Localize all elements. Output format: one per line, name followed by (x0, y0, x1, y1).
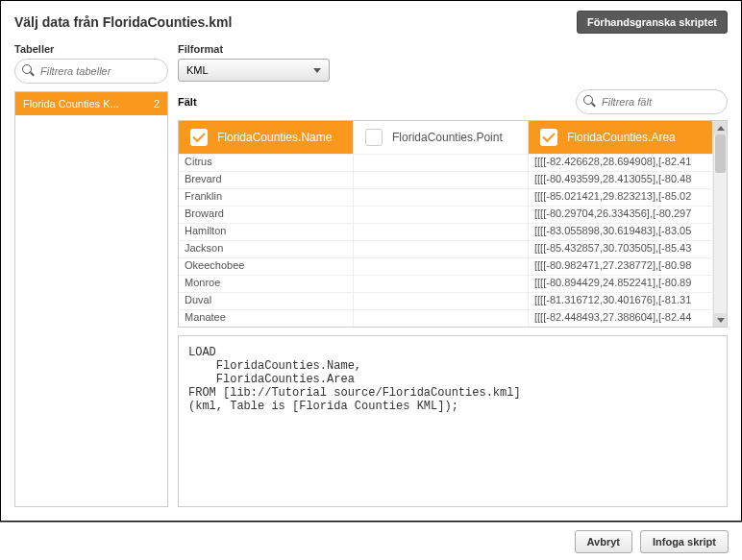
search-icon (582, 94, 596, 108)
table-row[interactable]: Broward[[[[-80.29704,26.334356],[-80.297 (179, 206, 713, 223)
table-row[interactable]: Hamilton[[[[-83.055898,30.619483],[-83.0… (179, 223, 713, 240)
cell-name: Citrus (179, 155, 354, 171)
fields-filter-input-wrap[interactable] (576, 89, 728, 114)
tables-filter-input-wrap[interactable] (14, 59, 168, 84)
cell-area: [[[[-80.29704,26.334356],[-80.297 (529, 207, 713, 223)
cell-point (354, 258, 529, 275)
table-row[interactable]: Citrus[[[[-82.426628,28.694908],[-82.41 (179, 154, 713, 171)
column-headers: FloridaCounties.Name FloridaCounties.Poi… (179, 121, 713, 154)
dialog-footer: Avbryt Infoga skript (0, 522, 742, 560)
column-header-area[interactable]: FloridaCounties.Area (529, 121, 713, 154)
triangle-up-icon (717, 126, 725, 131)
cell-point (354, 224, 529, 240)
cell-area: [[[[-80.894429,24.852241],[-80.89 (529, 276, 713, 292)
table-row[interactable]: Brevard[[[[-80.493599,28.413055],[-80.48 (179, 171, 713, 188)
column-header-name[interactable]: FloridaCounties.Name (179, 121, 354, 154)
table-row[interactable]: Okeechobee[[[[-80.982471,27.238772],[-80… (179, 257, 713, 275)
preview-script-button[interactable]: Förhandsgranska skriptet (577, 11, 728, 34)
cell-name: Jackson (179, 241, 354, 257)
table-row[interactable]: Duval[[[[-81.316712,30.401676],[-81.31 (179, 292, 713, 309)
table-item[interactable]: Florida Counties K... 2 (15, 92, 167, 115)
fields-grid: FloridaCounties.Name FloridaCounties.Poi… (178, 120, 728, 328)
dialog-header: Välj data från FloridaCounties.kml Förha… (1, 1, 741, 43)
cell-area: [[[[-80.982471,27.238772],[-80.98 (529, 258, 713, 275)
checkbox-checked-icon[interactable] (540, 129, 557, 146)
file-format-select[interactable]: KML (178, 59, 330, 82)
cancel-button[interactable]: Avbryt (575, 530, 632, 553)
tables-label: Tabeller (14, 43, 168, 55)
table-row[interactable]: Manatee[[[[-82.448493,27.388604],[-82.44 (179, 309, 713, 327)
cell-area: [[[[-83.055898,30.619483],[-83.05 (529, 224, 713, 240)
cell-point (354, 207, 529, 223)
cell-name: Brevard (179, 172, 354, 188)
table-item-name: Florida Counties K... (23, 98, 119, 110)
tables-filter-input[interactable] (40, 65, 160, 77)
search-icon (21, 63, 35, 77)
cell-name: Hamilton (179, 224, 354, 240)
fields-filter-input[interactable] (602, 96, 719, 108)
cell-point (354, 172, 529, 188)
cell-point (354, 155, 529, 171)
cell-point (354, 241, 529, 257)
triangle-down-icon (717, 318, 725, 323)
chevron-down-icon (313, 68, 321, 73)
tables-list: Florida Counties K... 2 (14, 91, 168, 507)
table-row[interactable]: Franklin[[[[-85.021421,29.823213],[-85.0… (179, 188, 713, 206)
format-label: Filformat (178, 43, 330, 55)
fields-label: Fält (178, 96, 197, 108)
scroll-track[interactable] (714, 134, 727, 313)
cell-name: Broward (179, 207, 354, 223)
cell-area: [[[[-82.448493,27.388604],[-82.44 (529, 310, 713, 327)
cell-name: Franklin (179, 189, 354, 206)
format-selected-value: KML (186, 64, 209, 76)
cell-point (354, 189, 529, 206)
checkbox-unchecked-icon[interactable] (365, 129, 383, 146)
vertical-scrollbar[interactable] (713, 121, 727, 327)
checkbox-checked-icon[interactable] (190, 129, 208, 146)
table-row[interactable]: Jackson[[[[-85.432857,30.703505],[-85.43 (179, 240, 713, 257)
cell-name: Monroe (179, 276, 354, 292)
cell-area: [[[[-85.021421,29.823213],[-85.02 (529, 189, 713, 206)
scroll-thumb[interactable] (715, 134, 726, 173)
cell-name: Duval (179, 293, 354, 309)
cell-point (354, 276, 529, 292)
insert-script-button[interactable]: Infoga skript (640, 530, 729, 553)
cell-name: Manatee (179, 310, 354, 327)
cell-point (354, 293, 529, 309)
table-row[interactable]: Monroe[[[[-80.894429,24.852241],[-80.89 (179, 275, 713, 292)
table-item-count: 2 (154, 98, 160, 110)
cell-name: Okeechobee (179, 258, 354, 275)
cell-area: [[[[-85.432857,30.703505],[-85.43 (529, 241, 713, 257)
column-header-point[interactable]: FloridaCounties.Point (354, 121, 529, 154)
dialog-title: Välj data från FloridaCounties.kml (14, 14, 232, 30)
cell-area: [[[[-81.316712,30.401676],[-81.31 (529, 293, 713, 309)
cell-area: [[[[-80.493599,28.413055],[-80.48 (529, 172, 713, 188)
scroll-up-button[interactable] (714, 121, 727, 134)
cell-area: [[[[-82.426628,28.694908],[-82.41 (529, 155, 713, 171)
scroll-down-button[interactable] (714, 313, 727, 327)
script-preview[interactable]: LOAD FloridaCounties.Name, FloridaCounti… (178, 335, 728, 507)
cell-point (354, 310, 529, 327)
